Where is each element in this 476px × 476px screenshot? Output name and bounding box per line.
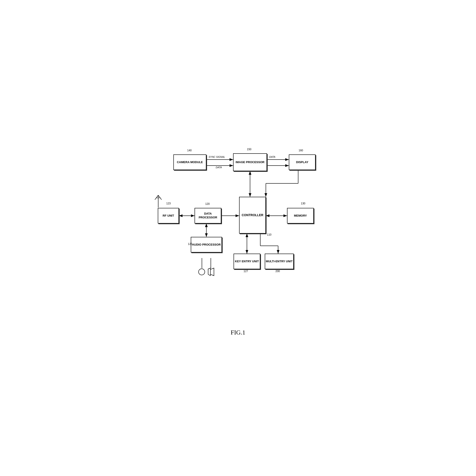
image-processor-box: IMAGE PROCESSOR (233, 153, 267, 171)
audio-processor-box: AUDIO PROCESSOR (191, 237, 222, 253)
data-processor-ref: 120 (205, 202, 210, 205)
multi-entry-unit-ref: 200 (275, 270, 280, 273)
memory-ref: 130 (301, 202, 305, 205)
svg-point-25 (199, 269, 205, 275)
key-entry-unit-box: KEY ENTRY UNIT (234, 254, 260, 269)
controller-box: CONTROLLER (239, 197, 266, 234)
speaker-svg (207, 268, 215, 276)
sync-signal-label: SYNC SIGNAL (209, 155, 225, 158)
diagram: CAMERA MODULE 140 IMAGE PROCESSOR 150 DI… (151, 144, 325, 311)
memory-box: MEMORY (287, 208, 314, 223)
controller-ref: 110 (267, 233, 272, 236)
microphone-svg (198, 268, 206, 277)
svg-line-22 (155, 195, 158, 200)
camera-module-box: CAMERA MODULE (173, 154, 206, 170)
rf-unit-ref: 123 (166, 202, 171, 205)
data-label-1: DATA (216, 166, 222, 169)
data-label-2: DATA (269, 155, 275, 158)
svg-marker-26 (208, 268, 210, 276)
multi-entry-unit-box: MULTI-ENTRY UNIT (265, 254, 294, 269)
display-ref: 160 (299, 149, 303, 152)
rf-unit-box: RF UNIT (158, 208, 179, 223)
page: CAMERA MODULE 140 IMAGE PROCESSOR 150 DI… (138, 138, 338, 338)
display-box: DISPLAY (289, 154, 316, 170)
svg-line-23 (158, 195, 162, 200)
figure-label: FIG.1 (231, 329, 245, 336)
antenna-svg (154, 193, 163, 208)
image-processor-ref: 150 (247, 148, 251, 151)
data-processor-box: DATA PROCESSOR (195, 208, 221, 223)
camera-module-ref: 140 (187, 149, 192, 152)
audio-processor-ref: 125 (188, 242, 192, 246)
svg-marker-27 (210, 268, 214, 276)
key-entry-unit-ref: 127 (244, 270, 248, 273)
